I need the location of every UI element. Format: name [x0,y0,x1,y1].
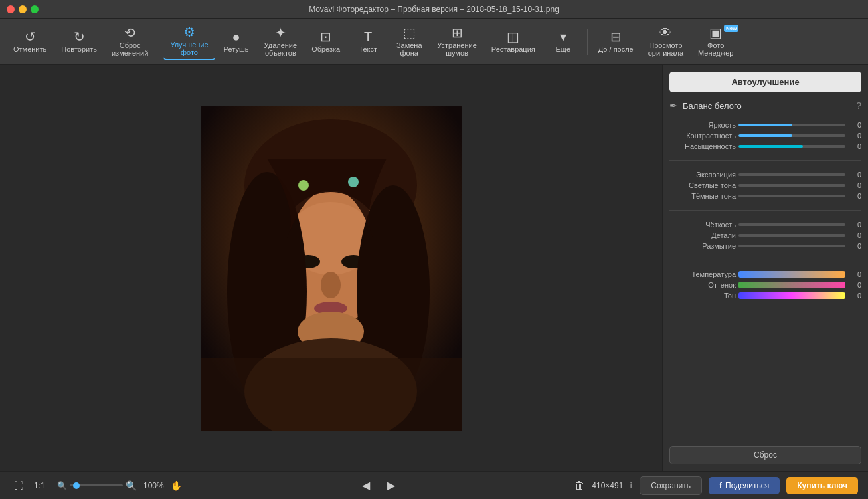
replace-bg-icon: ⬚ [403,26,416,39]
contrast-slider[interactable] [738,131,845,140]
color-slider-group: Температура 0 Оттенок 0 Тон 0 [669,268,861,302]
undo-button[interactable]: ↺ Отменить [7,23,53,60]
more-button[interactable]: ▾ Ещё [543,23,583,60]
enhance-button[interactable]: ⚙ Улучшение фото [163,23,215,60]
image-size: 410×491 [592,481,623,490]
manager-label: Фото Менеджер [698,41,733,57]
brightness-label: Яркость [669,121,736,129]
details-row: Детали 0 [669,231,861,240]
highlights-slider[interactable] [738,181,845,190]
details-value: 0 [848,231,861,239]
remove-objects-button[interactable]: ✦ Удаление объектов [258,23,304,60]
photo-display [201,106,462,431]
canvas-area[interactable] [0,65,662,471]
zoom-slider-container: 🔍 🔍 [57,480,137,491]
delete-button[interactable]: 🗑 [574,480,585,492]
redo-icon: ↻ [74,30,85,43]
fullscreen-button[interactable]: ⛶ [10,478,27,494]
sharpness-row: Чёткость 0 [669,220,861,229]
saturation-slider[interactable] [738,142,845,151]
retouch-label: Ретушь [224,45,249,53]
text-icon: T [364,30,372,43]
zoom-slider[interactable] [70,484,123,486]
restore-button[interactable]: ◫ Реставрация [485,23,542,60]
manager-button[interactable]: New ▣ Фото Менеджер [691,23,740,60]
tone-slider[interactable] [738,291,845,300]
temperature-slider[interactable] [738,270,845,279]
enhance-label: Улучшение фото [170,41,208,56]
shadows-row: Тёмные тона 0 [669,191,861,201]
minimize-button[interactable] [19,5,27,13]
blur-row: Размытие 0 [669,241,861,250]
window-title: Movavi Фоторедактор – Пробная версия – 2… [309,5,559,14]
crop-button[interactable]: ⊡ Обрезка [305,23,347,60]
tint-slider[interactable] [738,280,845,290]
share-button[interactable]: f Поделиться [709,477,780,494]
redo-button[interactable]: ↻ Повторить [54,23,104,60]
blur-slider[interactable] [738,241,845,250]
svg-point-13 [348,177,359,187]
highlights-label: Светлые тона [669,181,736,189]
saturation-value: 0 [848,142,861,150]
hand-tool-icon[interactable]: ✋ [171,480,182,491]
save-button[interactable]: Сохранить [640,476,702,495]
shadows-label: Тёмные тона [669,192,736,200]
close-button[interactable] [7,5,15,13]
contrast-row: Контрастность 0 [669,131,861,140]
zoom-in-icon[interactable]: 🔍 [126,480,137,491]
contrast-label: Контрастность [669,132,736,140]
zoom-out-icon[interactable]: 🔍 [57,481,67,490]
prev-button[interactable]: ◀ [357,476,375,494]
replace-bg-button[interactable]: ⬚ Замена фона [389,23,429,60]
reset-changes-button[interactable]: ⟲ Сброс изменений [105,23,155,60]
saturation-label: Насыщенность [669,142,736,150]
right-panel: Автоулучшение ✒ Баланс белого ? Яркость … [662,65,868,471]
undo-label: Отменить [13,45,46,53]
remove-label: Удаление объектов [264,41,298,57]
more-label: Ещё [556,45,571,53]
shadows-slider[interactable] [738,191,845,201]
maximize-button[interactable] [31,5,39,13]
original-preview-button[interactable]: 👁 Просмотр оригинала [642,23,690,60]
denoise-button[interactable]: ⊞ Устранение шумов [430,23,483,60]
toolbar: ↺ Отменить ↻ Повторить ⟲ Сброс изменений… [0,19,868,65]
details-slider[interactable] [738,231,845,240]
facebook-icon: f [719,481,722,490]
auto-enhance-button[interactable]: Автоулучшение [669,72,861,92]
reset-button[interactable]: Сброс [669,446,861,464]
more-icon: ▾ [560,30,566,43]
info-icon[interactable]: ℹ [630,480,633,490]
crop-label: Обрезка [311,45,340,53]
crop-icon: ⊡ [320,30,331,43]
exposure-slider[interactable] [738,170,845,179]
exposure-value: 0 [848,171,861,179]
tone-value: 0 [848,292,861,300]
help-icon[interactable]: ? [856,100,861,111]
contrast-value: 0 [848,132,861,140]
text-button[interactable]: T Текст [348,23,388,60]
zoom-percent: 100% [143,481,164,490]
bottombar: ⛶ 1:1 🔍 🔍 100% ✋ ◀ ▶ 🗑 410×491 ℹ Сохрани… [0,471,868,499]
tint-label: Оттенок [669,281,736,289]
retouch-button[interactable]: ● Ретушь [217,23,256,60]
restore-label: Реставрация [491,45,535,53]
photo-svg [201,106,462,431]
new-badge: New [724,25,738,32]
reset-label: Сброс изменений [112,41,148,57]
saturation-row: Насыщенность 0 [669,142,861,151]
text-label: Текст [359,45,377,53]
before-after-button[interactable]: ⊟ До / после [592,23,640,60]
sharpness-slider[interactable] [738,220,845,229]
buy-key-button[interactable]: Купить ключ [786,477,858,494]
svg-rect-14 [201,358,462,431]
sharpness-label: Чёткость [669,221,736,229]
separator-1 [159,29,159,55]
next-button[interactable]: ▶ [382,476,400,494]
svg-point-12 [298,180,309,191]
brightness-slider[interactable] [738,120,845,130]
replace-bg-label: Замена фона [396,41,422,57]
divider-2 [669,210,861,211]
shadows-value: 0 [848,192,861,200]
highlights-row: Светлые тона 0 [669,181,861,190]
original-label: Просмотр оригинала [648,41,683,57]
